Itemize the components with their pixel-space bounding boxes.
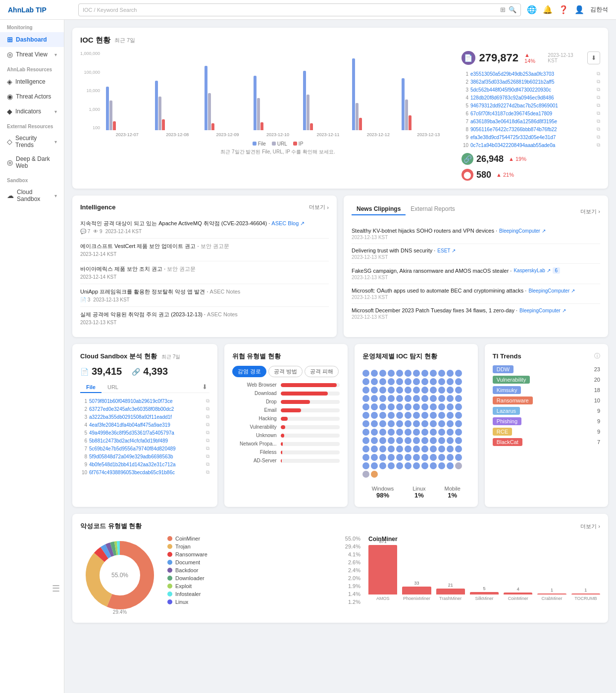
copy-icon[interactable]: ⧉ bbox=[597, 134, 600, 140]
ti-tag-rce: RCE 9 bbox=[493, 428, 600, 436]
hash-row-5: 5 94679312dd92274d2bac7b25c8969001 ⧉ bbox=[462, 101, 600, 109]
os-dot bbox=[379, 370, 386, 377]
bell-icon[interactable]: 🔔 bbox=[543, 5, 553, 14]
copy-icon[interactable]: ⧉ bbox=[206, 461, 209, 467]
threat-bar-download: Download bbox=[232, 391, 340, 396]
news-header: News Clippings External Reports 더보기 › bbox=[352, 203, 600, 219]
copy-icon[interactable]: ⧉ bbox=[597, 126, 600, 132]
sidebar-item-indicators[interactable]: ◆ Indicators ▾ bbox=[0, 104, 64, 119]
os-dot bbox=[371, 462, 378, 469]
sidebar-collapse-icon[interactable]: ☰ bbox=[52, 583, 60, 594]
os-dot bbox=[405, 454, 411, 461]
copy-icon[interactable]: ⧉ bbox=[206, 453, 209, 459]
threat-btn-attack-damage[interactable]: 공격 피해 bbox=[305, 366, 339, 377]
sidebar-item-threat-view[interactable]: ◎ Threat View ▾ bbox=[0, 47, 64, 62]
sidebar-item-cloud-sandbox[interactable]: ☁ Cloud Sandbox ▾ bbox=[0, 185, 64, 206]
copy-icon[interactable]: ⧉ bbox=[597, 71, 600, 77]
globe-icon[interactable]: 🌐 bbox=[527, 5, 537, 14]
hash-row-4: 4 128db20f8d69783c92a0946ec9d8486 ⧉ bbox=[462, 94, 600, 101]
copy-icon[interactable]: ⧉ bbox=[597, 79, 600, 85]
hash-row-1: 1 e35513050a5d29b49db253aa0fc3703 ⧉ bbox=[462, 70, 600, 78]
copy-icon[interactable]: ⧉ bbox=[597, 95, 600, 100]
os-dot bbox=[447, 429, 454, 436]
chevron-down-icon: ▾ bbox=[54, 193, 57, 198]
os-dot bbox=[379, 403, 386, 410]
os-dot bbox=[430, 378, 437, 385]
copy-icon[interactable]: ⧉ bbox=[206, 422, 209, 428]
os-dot bbox=[379, 420, 386, 427]
copy-icon[interactable]: ⧉ bbox=[206, 398, 209, 404]
os-dot bbox=[379, 412, 386, 419]
sandbox-hash-list: 1 5079f801b60f048910ab29619c0f73ce ⧉ 2 6… bbox=[80, 397, 209, 476]
chevron-down-icon: ▾ bbox=[54, 139, 57, 145]
sandbox-tab-file[interactable]: File bbox=[80, 382, 102, 393]
user-icon[interactable]: 👤 bbox=[574, 5, 584, 14]
intelligence-more[interactable]: 더보기 › bbox=[309, 203, 329, 211]
grid-icon[interactable]: ⊞ bbox=[500, 6, 506, 13]
threat-btn-infection[interactable]: 감염 경로 bbox=[232, 366, 266, 377]
sidebar-item-threat-actors[interactable]: ◉ Threat Actors bbox=[0, 89, 64, 104]
intel-item-5: 실제 공격에 악용된 취약점 주의 권고 (2023-12-13) · ASEC… bbox=[80, 307, 329, 329]
copy-icon[interactable]: ⧉ bbox=[206, 469, 209, 475]
bar-ip bbox=[260, 122, 263, 130]
download-button[interactable]: ⬇ bbox=[587, 51, 600, 64]
malware-more[interactable]: 더보기 › bbox=[580, 523, 600, 530]
sandbox-subtitle: 최근 7일 bbox=[161, 354, 180, 359]
search-input[interactable] bbox=[140, 7, 500, 13]
url-change: ▲ 19% bbox=[509, 156, 526, 162]
copy-icon[interactable]: ⧉ bbox=[206, 438, 209, 444]
mobile-pct: 1% bbox=[444, 492, 460, 499]
sandbox-hash-4: 4 4eaf3fe20841dfa4b04aff475a9ae319 ⧉ bbox=[80, 421, 209, 429]
intel-item-2: 에이크스프트 VestCert 제품 보안 업데이트 권고 · 보안 권고문 2… bbox=[80, 239, 329, 261]
malicious-count: 39,415 bbox=[92, 366, 122, 377]
help-icon[interactable]: ❓ bbox=[559, 5, 568, 14]
os-dot bbox=[447, 420, 454, 427]
sandbox-download-button[interactable]: ⬇ bbox=[200, 382, 209, 393]
copy-icon[interactable]: ⧉ bbox=[206, 414, 209, 420]
sidebar-item-security-trends[interactable]: ◇ Security Trends ▾ bbox=[0, 131, 64, 152]
sidebar-item-dashboard[interactable]: ⊞ Dashboard bbox=[0, 32, 64, 47]
sidebar-item-intelligence[interactable]: ◈ Intelligence bbox=[0, 74, 64, 89]
copy-icon[interactable]: ⧉ bbox=[206, 406, 209, 412]
file-icon: 📄 bbox=[462, 51, 475, 65]
os-dot bbox=[413, 462, 420, 469]
os-dot bbox=[421, 429, 428, 436]
copy-icon[interactable]: ⧉ bbox=[597, 118, 600, 124]
top-header: AhnLab TIP IOC / Keyword Search ⊞ 🔍 🌐 🔔 … bbox=[0, 0, 616, 20]
copy-icon[interactable]: ⧉ bbox=[206, 430, 209, 436]
tab-news-clippings[interactable]: News Clippings bbox=[352, 203, 406, 215]
sandbox-hash-2: 2 63727ed0e3245afc3e60358f08b00dc2 ⧉ bbox=[80, 405, 209, 413]
os-dot bbox=[405, 437, 411, 444]
os-dot bbox=[413, 420, 420, 427]
copy-icon[interactable]: ⧉ bbox=[597, 142, 600, 148]
sidebar-item-deep-dark-web[interactable]: ◎ Deep & Dark Web bbox=[0, 152, 64, 173]
copy-icon[interactable]: ⧉ bbox=[597, 110, 600, 116]
bar-file bbox=[106, 87, 109, 130]
bar-group-7 bbox=[402, 78, 450, 130]
os-dot bbox=[371, 446, 378, 452]
search-icon[interactable]: 🔍 bbox=[509, 6, 516, 13]
os-dot bbox=[438, 429, 445, 436]
os-dot bbox=[362, 395, 369, 402]
ti-tag-ransomware: Ransomware 10 bbox=[493, 396, 600, 404]
tab-external-reports[interactable]: External Reports bbox=[406, 203, 460, 215]
sandbox-tab-url[interactable]: URL bbox=[102, 382, 124, 393]
main-content: IOC 현황 최근 7일 1,000,000 100,000 10,000 1,… bbox=[64, 20, 616, 693]
sandbox-hash-3: 3 a3222ba355db0291508a92f11eadd1f ⧉ bbox=[80, 413, 209, 421]
os-dot bbox=[396, 387, 403, 394]
os-dot bbox=[362, 378, 369, 385]
copy-icon[interactable]: ⧉ bbox=[597, 87, 600, 93]
copy-icon[interactable]: ⧉ bbox=[597, 102, 600, 108]
search-bar[interactable]: IOC / Keyword Search ⊞ 🔍 bbox=[78, 3, 521, 16]
threat-btn-attack-method[interactable]: 공격 방법 bbox=[268, 366, 303, 377]
legend-exploit: Exploit 1.9% bbox=[167, 583, 360, 589]
news-more[interactable]: 더보기 › bbox=[580, 208, 600, 215]
intel-source-link[interactable]: ASEC Blog ↗ bbox=[271, 220, 305, 226]
ti-tag-phishing: Phishing 9 bbox=[493, 417, 600, 425]
windows-pct: 98% bbox=[372, 492, 394, 499]
os-dot bbox=[430, 454, 437, 461]
os-dot bbox=[430, 387, 437, 394]
ioc-header: IOC 현황 최근 7일 bbox=[80, 36, 600, 45]
copy-icon[interactable]: ⧉ bbox=[206, 446, 209, 451]
user-name[interactable]: 김한석 bbox=[590, 5, 608, 14]
